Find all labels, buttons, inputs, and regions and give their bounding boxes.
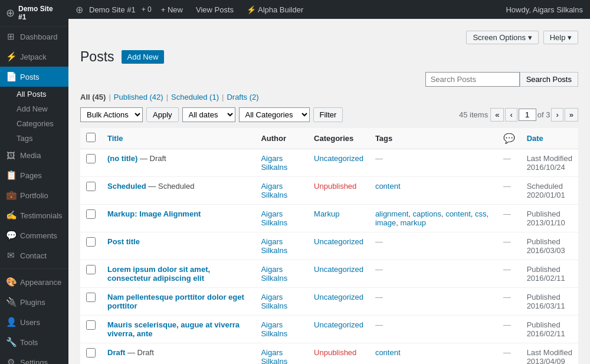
row-checkbox[interactable] [86, 237, 96, 247]
date-value: 2016/02/11 [527, 329, 565, 338]
nav-item-jetpack[interactable]: ⚡ Jetpack [0, 47, 68, 67]
author-link[interactable]: Aigars Silkalns [261, 154, 287, 172]
nav-sub-tags[interactable]: Tags [17, 131, 68, 146]
nav-sub-all-posts[interactable]: All Posts [17, 87, 68, 101]
screen-options-button[interactable]: Screen Options ▾ [466, 31, 538, 44]
sep-3: | [222, 93, 224, 101]
row-checkbox[interactable] [86, 209, 96, 219]
nav-item-users[interactable]: 👤 Users [0, 312, 68, 332]
all-posts-filter[interactable]: All (45) [80, 93, 106, 101]
add-new-topbar-button[interactable]: + New [158, 4, 186, 15]
post-title-link[interactable]: (no title) [107, 154, 137, 163]
nav-sub-add-new[interactable]: Add New [17, 101, 68, 116]
filter-button[interactable]: Filter [313, 107, 343, 122]
row-checkbox[interactable] [86, 265, 96, 274]
nav-item-comments[interactable]: 💬 Comments [0, 225, 68, 245]
category-link[interactable]: Uncategorized [314, 320, 363, 329]
date-filter-select[interactable]: All dates [182, 107, 235, 122]
nav-item-dashboard[interactable]: ⊞ Dashboard [0, 27, 68, 47]
tag-link[interactable]: content [375, 182, 401, 191]
table-header-row: Title Author Categories Tags 💬 Date [80, 128, 578, 149]
search-posts-button[interactable]: Search Posts [520, 72, 578, 87]
category-filter-select[interactable]: All Categories [239, 107, 310, 122]
author-link[interactable]: Aigars Silkalns [261, 320, 287, 338]
add-new-button[interactable]: Add New [122, 50, 165, 64]
post-title-link[interactable]: Post title [107, 237, 140, 246]
sep-1: | [109, 93, 110, 101]
select-all-checkbox[interactable] [86, 133, 96, 142]
nav-item-plugins[interactable]: 🔌 Plugins [0, 292, 68, 312]
nav-item-tools[interactable]: 🔧 Tools [0, 332, 68, 352]
date-col-header[interactable]: Date [521, 128, 578, 149]
category-link[interactable]: Uncategorized [314, 154, 363, 163]
nav-label-pages: Pages [20, 171, 42, 180]
date-status: Published [527, 320, 560, 329]
help-button[interactable]: Help ▾ [543, 31, 578, 44]
row-checkbox[interactable] [86, 154, 96, 163]
bulk-actions-select[interactable]: Bulk Actions [80, 107, 143, 122]
post-title-link[interactable]: Mauris scelerisque, augue at viverra viv… [107, 320, 240, 338]
author-link[interactable]: Aigars Silkalns [261, 348, 287, 364]
comment-count: — [503, 320, 511, 329]
tag-link[interactable]: markup [401, 218, 426, 227]
category-link[interactable]: Unpublished [314, 348, 356, 357]
post-status: — Draft [137, 154, 166, 163]
last-page-button[interactable]: » [565, 108, 578, 122]
search-input[interactable] [425, 72, 520, 87]
scheduled-filter[interactable]: Scheduled (1) [171, 93, 219, 101]
title-col-header[interactable]: Title [101, 128, 255, 149]
nav-item-contact[interactable]: ✉ Contact [0, 245, 68, 265]
author-link[interactable]: Aigars Silkalns [261, 265, 287, 283]
nav-item-testimonials[interactable]: ✍ Testimonials [0, 205, 68, 225]
comment-count-badge[interactable]: + 0 [142, 5, 152, 14]
nav-item-media[interactable]: 🖼 Media [0, 146, 68, 165]
post-status: — Scheduled [146, 182, 195, 191]
row-checkbox[interactable] [86, 348, 96, 358]
nav-label-plugins: Plugins [20, 298, 45, 307]
tags-empty: — [375, 293, 383, 301]
nav-item-posts[interactable]: 📄 Posts [0, 67, 68, 87]
category-link[interactable]: Markup [314, 209, 339, 218]
category-link[interactable]: Uncategorized [314, 293, 363, 301]
post-title-link[interactable]: Draft [107, 348, 125, 357]
row-checkbox[interactable] [86, 293, 96, 302]
nav-item-appearance[interactable]: 🎨 Appearance [0, 272, 68, 292]
testimonials-icon: ✍ [6, 210, 15, 221]
nav-item-portfolio[interactable]: 💼 Portfolio [0, 185, 68, 205]
alpha-builder-topbar-button[interactable]: ⚡ Alpha Builder [243, 4, 307, 15]
tag-link[interactable]: alignment [375, 209, 408, 218]
post-title-link[interactable]: Markup: Image Alignment [107, 209, 201, 218]
tag-link[interactable]: css [475, 209, 487, 218]
tag-link[interactable]: content [445, 209, 471, 218]
nav-sub-categories[interactable]: Categories [17, 116, 68, 131]
category-link[interactable]: Uncategorized [314, 265, 363, 274]
howdy-text: Howdy, Aigars Silkalns [506, 5, 583, 14]
post-title-link[interactable]: Scheduled [107, 182, 146, 191]
tag-link[interactable]: captions [412, 209, 441, 218]
row-checkbox[interactable] [86, 320, 96, 330]
next-page-button[interactable]: › [551, 108, 563, 122]
post-title-link[interactable]: Nam pellentesque porttitor dolor eget po… [107, 293, 244, 310]
author-link[interactable]: Aigars Silkalns [261, 237, 287, 255]
comments-icon: 💬 [6, 230, 15, 241]
tag-link[interactable]: image [375, 218, 396, 227]
row-checkbox[interactable] [86, 182, 96, 191]
category-link[interactable]: Unpublished [314, 182, 356, 191]
apply-button[interactable]: Apply [146, 107, 179, 122]
prev-page-button[interactable]: ‹ [505, 108, 517, 122]
published-filter[interactable]: Published (42) [114, 93, 163, 101]
drafts-filter[interactable]: Drafts (2) [227, 93, 258, 101]
author-link[interactable]: Aigars Silkalns [261, 293, 287, 310]
author-link[interactable]: Aigars Silkalns [261, 209, 287, 227]
author-link[interactable]: Aigars Silkalns [261, 182, 287, 199]
nav-item-settings[interactable]: ⚙ Settings [0, 352, 68, 364]
view-posts-button[interactable]: View Posts [192, 4, 237, 15]
page-number-input[interactable] [519, 109, 536, 121]
category-link[interactable]: Uncategorized [314, 237, 363, 246]
post-title-link[interactable]: Lorem ipsum dolor sit amet, consectetur … [107, 265, 210, 283]
nav-item-pages[interactable]: 📋 Pages [0, 165, 68, 185]
posts-table: Title Author Categories Tags 💬 Date (no … [80, 128, 578, 364]
tag-link[interactable]: content [375, 348, 401, 357]
first-page-button[interactable]: « [490, 108, 504, 122]
date-value: 2013/01/10 [527, 218, 565, 227]
